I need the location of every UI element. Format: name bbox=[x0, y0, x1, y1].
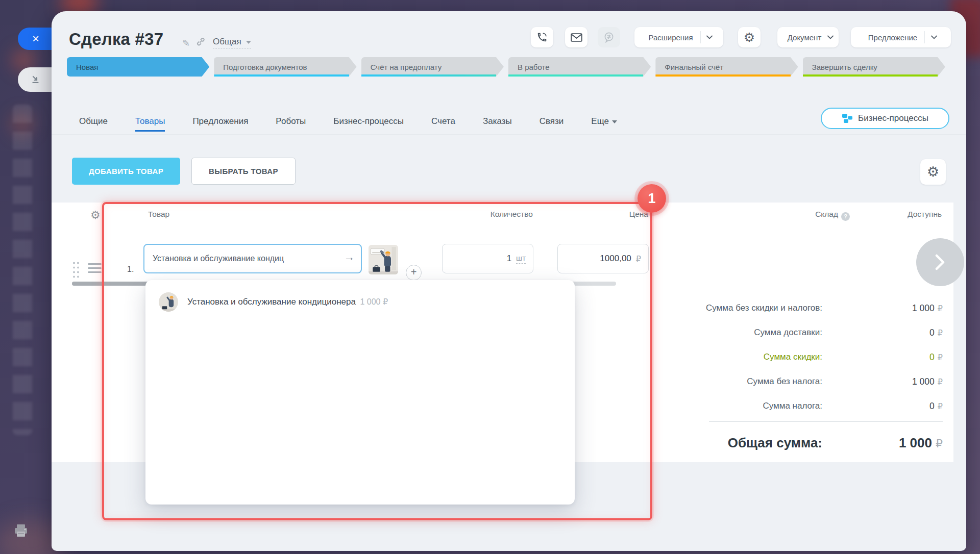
summary-label: Сумма доставки: bbox=[562, 328, 822, 338]
tab-general[interactable]: Общие bbox=[79, 116, 108, 127]
help-icon[interactable]: ? bbox=[841, 212, 850, 221]
document-dropdown[interactable]: Документ bbox=[777, 27, 839, 47]
currency-symbol: ₽ bbox=[935, 329, 943, 337]
chevron-down-icon bbox=[700, 31, 719, 43]
quantity-field[interactable]: 1 шт bbox=[442, 244, 533, 273]
stage-docs[interactable]: Подготовка документов bbox=[214, 57, 356, 77]
suggest-item-text: Установка и обслуживание кондиционера 1 … bbox=[187, 297, 388, 307]
suggest-item-name: Установка и обслуживание кондиционера bbox=[187, 297, 356, 307]
tab-robots[interactable]: Роботы bbox=[276, 116, 306, 127]
tab-invoices[interactable]: Счета bbox=[431, 116, 455, 127]
summary-value: 0 bbox=[929, 352, 935, 362]
product-name-field-wrap: → bbox=[143, 244, 362, 273]
tab-products[interactable]: Товары bbox=[135, 116, 165, 127]
quantity-unit[interactable]: шт bbox=[516, 254, 526, 264]
summary-value: 0 bbox=[929, 328, 935, 338]
caret-down-icon bbox=[246, 41, 251, 46]
tab-more-label: Еще bbox=[591, 116, 609, 126]
messenger-button bbox=[598, 27, 620, 47]
summary-value: 1 000 bbox=[912, 303, 935, 313]
chevron-down-icon bbox=[612, 120, 617, 126]
stage-new[interactable]: Новая bbox=[67, 57, 209, 77]
total-value: 1 000 bbox=[899, 435, 932, 450]
extensions-dropdown[interactable]: Расширения bbox=[634, 27, 723, 47]
product-image[interactable] bbox=[369, 245, 398, 274]
summary-row-delivery: Сумма доставки: 0₽ bbox=[562, 320, 943, 345]
header-settings-button[interactable]: ⚙ bbox=[738, 27, 761, 47]
gear-icon: ⚙ bbox=[927, 165, 939, 179]
call-button[interactable] bbox=[531, 27, 553, 47]
summary-value: 1 000 bbox=[912, 376, 935, 387]
flowchart-icon bbox=[842, 113, 853, 124]
stage-label: Финальный счёт bbox=[655, 63, 723, 71]
deal-card: Сделка #37 ✎ Общая bbox=[52, 11, 966, 551]
chevron-down-icon bbox=[823, 31, 838, 43]
total-label: Общая сумма: bbox=[562, 435, 822, 451]
price-field[interactable]: 1000,00 ₽ bbox=[557, 244, 649, 273]
add-row-plus-icon[interactable]: + bbox=[406, 265, 422, 281]
stage-prepay-invoice[interactable]: Счёт на предоплату bbox=[361, 57, 504, 77]
summary-divider bbox=[709, 421, 943, 422]
business-processes-label: Бизнес-процессы bbox=[858, 113, 928, 123]
currency-symbol: ₽ bbox=[935, 353, 943, 362]
tab-more[interactable]: Еще bbox=[591, 116, 617, 127]
page-title: Сделка #37 bbox=[69, 30, 163, 49]
close-slider-button[interactable]: × bbox=[18, 28, 54, 50]
stage-close-deal[interactable]: Завершить сделку bbox=[803, 57, 945, 77]
tab-orders[interactable]: Заказы bbox=[483, 116, 512, 127]
email-button[interactable] bbox=[565, 27, 587, 47]
printer-icon[interactable] bbox=[13, 523, 29, 538]
summary-label: Сумма без налога: bbox=[562, 376, 822, 387]
gear-icon: ⚙ bbox=[744, 31, 755, 44]
collapse-slider-button[interactable] bbox=[18, 67, 54, 92]
stage-label: Новая bbox=[67, 63, 98, 71]
summary-row-subtotal: Сумма без скидки и налогов: 1 000₽ bbox=[562, 296, 943, 320]
collapse-icon bbox=[31, 74, 41, 85]
edit-title-icon[interactable]: ✎ bbox=[182, 38, 190, 49]
phone-icon bbox=[536, 32, 548, 43]
summary-label: Сумма скидки: bbox=[562, 352, 822, 362]
row-drag-handle[interactable] bbox=[72, 261, 80, 278]
copy-link-icon[interactable] bbox=[196, 37, 206, 46]
summary-label: Сумма без скидки и налогов: bbox=[562, 303, 822, 313]
product-suggest-dropdown: Установка и обслуживание кондиционера 1 … bbox=[145, 280, 575, 505]
stage-underline bbox=[655, 74, 790, 77]
extensions-label: Расширения bbox=[639, 33, 700, 42]
deal-tabs: Общие Товары Предложения Роботы Бизнес-п… bbox=[79, 113, 617, 130]
totals-summary: Сумма без скидки и налогов: 1 000₽ Сумма… bbox=[562, 296, 943, 418]
summary-row-discount: Сумма скидки: 0₽ bbox=[562, 345, 943, 369]
column-header-price: Цена bbox=[546, 210, 648, 219]
summary-label: Сумма налога: bbox=[562, 401, 822, 411]
row-menu-icon[interactable] bbox=[88, 263, 102, 275]
panel-next-button[interactable] bbox=[916, 238, 964, 286]
tab-links[interactable]: Связи bbox=[540, 116, 564, 127]
stage-underline bbox=[361, 74, 496, 77]
blurred-sidebar-icons bbox=[13, 105, 32, 435]
grid-settings-button[interactable]: ⚙ bbox=[920, 159, 946, 185]
proposal-dropdown[interactable]: Предложение bbox=[851, 27, 951, 47]
chat-exchange-icon bbox=[603, 32, 615, 43]
currency-symbol: ₽ bbox=[935, 402, 943, 411]
proposal-label: Предложение bbox=[859, 33, 924, 42]
crm-deal-screen: × Сделка #37 ✎ Общая bbox=[0, 0, 980, 554]
suggest-item[interactable]: Установка и обслуживание кондиционера 1 … bbox=[145, 280, 575, 312]
table-settings-gear-icon[interactable]: ⚙ bbox=[90, 209, 101, 222]
mail-icon bbox=[571, 33, 582, 42]
product-name-input[interactable] bbox=[143, 244, 362, 273]
chevron-right-icon bbox=[935, 254, 946, 271]
select-product-button[interactable]: ВЫБРАТЬ ТОВАР bbox=[191, 158, 296, 185]
stage-label: Подготовка документов bbox=[214, 63, 307, 71]
stage-label: В работе bbox=[508, 63, 550, 71]
summary-row-before-tax: Сумма без налога: 1 000₽ bbox=[562, 369, 943, 394]
stage-in-progress[interactable]: В работе bbox=[508, 57, 651, 77]
add-product-button[interactable]: ДОБАВИТЬ ТОВАР bbox=[72, 158, 180, 185]
business-processes-button[interactable]: Бизнес-процессы bbox=[821, 108, 949, 129]
pipeline-selector[interactable]: Общая bbox=[213, 37, 251, 48]
price-value: 1000,00 bbox=[600, 254, 631, 264]
tab-quotes[interactable]: Предложения bbox=[192, 116, 248, 127]
tab-business-processes[interactable]: Бизнес-процессы bbox=[333, 116, 404, 127]
currency-symbol: ₽ bbox=[935, 304, 943, 313]
arrow-right-icon[interactable]: → bbox=[344, 251, 355, 263]
stage-label: Завершить сделку bbox=[803, 63, 877, 71]
stage-final-invoice[interactable]: Финальный счёт bbox=[655, 57, 798, 77]
